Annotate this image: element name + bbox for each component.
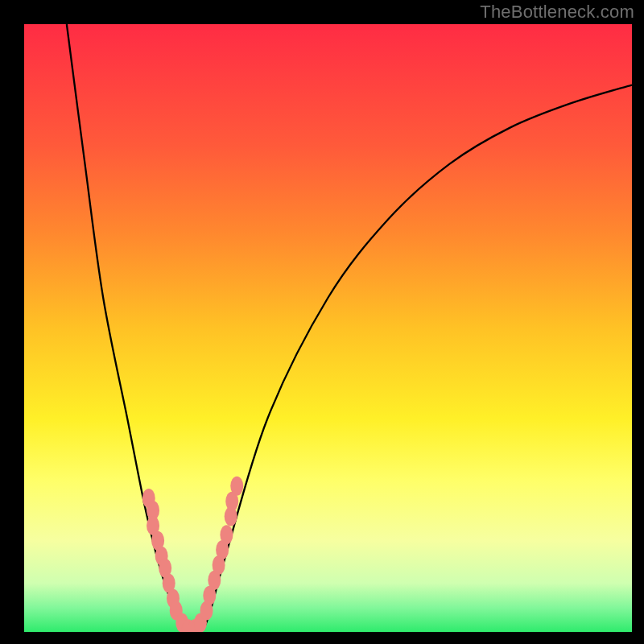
chart-svg (24, 24, 632, 632)
marker-dot (230, 477, 243, 496)
chart-frame: TheBottleneck.com (0, 0, 644, 644)
watermark-text: TheBottleneck.com (480, 2, 634, 23)
marker-dot (220, 525, 233, 544)
plot-area (24, 24, 632, 632)
marker-cluster (142, 477, 243, 632)
